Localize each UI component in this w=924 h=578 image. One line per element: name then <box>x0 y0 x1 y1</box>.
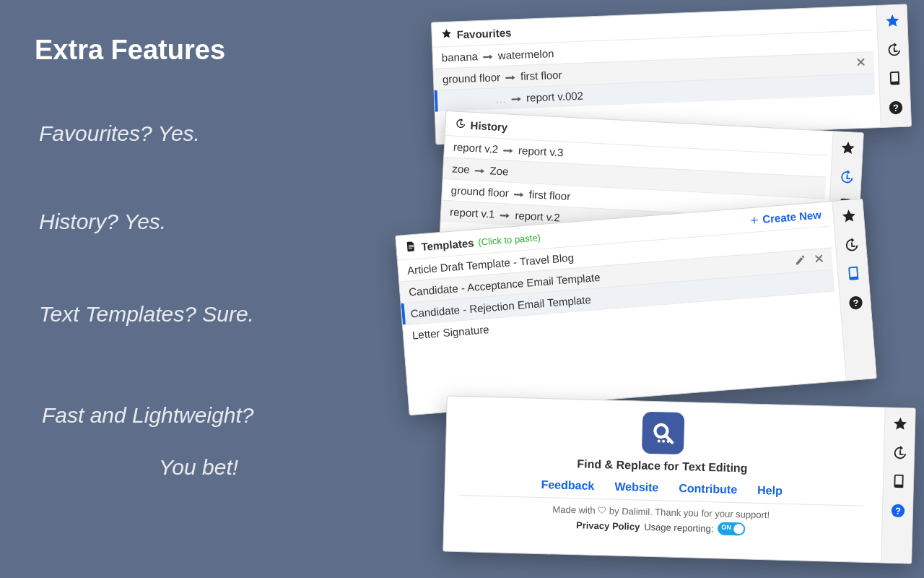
replace-from: report v.2 <box>453 141 499 155</box>
history-icon <box>454 118 466 132</box>
replace-to: report v.002 <box>526 90 584 104</box>
replace-to: watermelon <box>498 47 554 61</box>
tagline-favourites: Favourites? Yes. <box>39 121 200 146</box>
tab-templates[interactable] <box>841 262 866 286</box>
templates-title: Templates <box>421 236 474 253</box>
arrow-icon <box>474 165 486 175</box>
document-icon <box>405 241 417 255</box>
link-website[interactable]: Website <box>614 480 659 495</box>
tab-templates[interactable] <box>882 67 906 91</box>
tab-favourites[interactable] <box>835 136 860 160</box>
arrow-icon <box>499 210 511 220</box>
tab-history[interactable] <box>881 38 905 62</box>
arrow-icon <box>482 51 494 61</box>
tagline-fast: Fast and Lightweight? <box>42 403 254 428</box>
replace-from: … <box>495 92 507 105</box>
toggle-on-label: ON <box>721 524 731 531</box>
privacy-policy-link[interactable]: Privacy Policy <box>576 519 640 532</box>
link-feedback[interactable]: Feedback <box>541 478 594 493</box>
edit-icon[interactable] <box>794 254 806 268</box>
replace-to: report v.2 <box>515 209 560 223</box>
template-name: Letter Signature <box>411 323 489 341</box>
tab-history[interactable] <box>834 165 858 189</box>
remove-icon[interactable] <box>813 252 825 267</box>
arrow-icon <box>505 72 516 82</box>
arrow-icon <box>510 93 522 103</box>
replace-from: ground floor <box>450 184 509 199</box>
tab-history[interactable] <box>838 233 863 257</box>
arrow-icon <box>502 145 515 155</box>
tagline-templates: Text Templates? Sure. <box>39 302 254 327</box>
tab-history[interactable] <box>887 441 911 465</box>
link-help[interactable]: Help <box>757 484 783 498</box>
link-contribute[interactable]: Contribute <box>679 482 737 496</box>
replace-from: ground floor <box>443 71 501 85</box>
tab-help[interactable] <box>843 290 868 315</box>
tab-help[interactable] <box>884 96 907 120</box>
templates-panel: Create New Templates (Click to paste) Ar… <box>395 199 877 415</box>
usage-toggle[interactable]: ON <box>718 522 745 535</box>
heart-icon <box>598 505 606 516</box>
replace-to: Zoe <box>489 164 509 177</box>
replace-to: first floor <box>528 188 570 202</box>
replace-from: zoe <box>452 163 470 176</box>
star-icon <box>440 28 453 43</box>
help-panel: Find & Replace for Text Editing Feedback… <box>443 396 915 564</box>
replace-to: first floor <box>520 69 562 82</box>
usage-reporting-label: Usage reporting: <box>644 521 713 534</box>
tagline-history: History? Yes. <box>39 210 166 234</box>
app-logo-icon <box>642 412 684 454</box>
remove-icon[interactable] <box>855 56 867 71</box>
arrow-icon <box>513 189 526 199</box>
tagline-youbet: You bet! <box>159 455 238 480</box>
replace-from: banana <box>442 50 479 64</box>
tab-help[interactable] <box>886 499 910 523</box>
templates-hint: (Click to paste) <box>478 232 541 248</box>
tab-favourites[interactable] <box>888 413 912 436</box>
tab-favourites[interactable] <box>880 9 904 33</box>
replace-to: report v.3 <box>518 144 564 158</box>
tab-templates[interactable] <box>886 470 910 494</box>
history-title: History <box>470 119 508 134</box>
tab-favourites[interactable] <box>836 204 860 228</box>
replace-from: report v.1 <box>450 205 495 220</box>
favourites-title: Favourites <box>456 26 511 40</box>
headline: Extra Features <box>35 35 225 66</box>
